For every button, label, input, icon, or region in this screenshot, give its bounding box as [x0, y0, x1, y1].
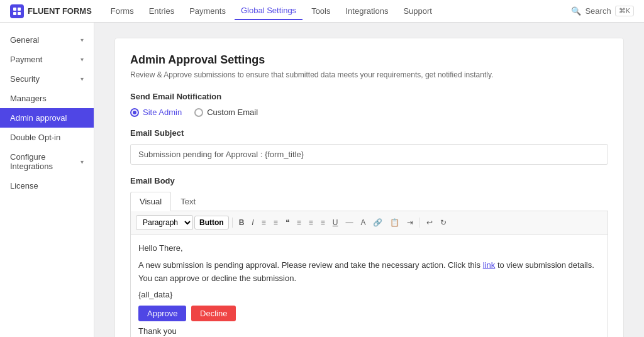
editor-action-buttons: Approve Decline — [138, 306, 600, 321]
editor-line-1: Hello There, — [138, 242, 600, 255]
svg-rect-2 — [13, 12, 16, 15]
svg-rect-0 — [13, 8, 16, 11]
sidebar-item-license[interactable]: License — [0, 176, 94, 196]
editor-data-tag: {all_data} — [138, 289, 600, 302]
sidebar-item-payment[interactable]: Payment ▾ — [0, 50, 94, 69]
sidebar-item-managers[interactable]: Managers — [0, 89, 94, 108]
email-body-editor[interactable]: Hello There, A new submission is pending… — [130, 235, 608, 337]
font-color-icon[interactable]: A — [357, 216, 369, 229]
approve-preview-button[interactable]: Approve — [138, 306, 186, 321]
toolbar-separator — [232, 218, 233, 228]
page-title: Admin Approval Settings — [130, 53, 608, 67]
tab-text[interactable]: Text — [171, 192, 205, 211]
email-notification-radio-group: Site Admin Custom Email — [130, 108, 608, 117]
radio-custom-email[interactable]: Custom Email — [194, 108, 258, 117]
italic-icon[interactable]: I — [248, 216, 257, 229]
sidebar-label-license: License — [10, 181, 38, 191]
toolbar-separator-2 — [419, 218, 420, 228]
brand-name: FLUENT FORMS — [28, 6, 92, 16]
sidebar-item-security[interactable]: Security ▾ — [0, 69, 94, 89]
main-layout: General ▾ Payment ▾ Security ▾ Managers … — [0, 23, 644, 337]
top-navigation: FLUENT FORMS Forms Entries Payments Glob… — [0, 0, 644, 23]
sidebar-label-security: Security — [10, 74, 40, 84]
strikethrough-icon[interactable]: — — [342, 216, 356, 229]
sidebar-label-admin-approval: Admin approval — [10, 113, 67, 123]
editor-line-2: A new submission is pending approval. Pl… — [138, 259, 600, 285]
search-shortcut: ⌘K — [615, 6, 634, 16]
email-subject-input[interactable] — [130, 144, 608, 165]
link-icon[interactable]: 🔗 — [370, 216, 386, 229]
svg-rect-1 — [18, 8, 21, 11]
email-notification-section: Send Email Notification Site Admin Custo… — [130, 92, 608, 117]
sidebar-label-payment: Payment — [10, 55, 42, 64]
email-body-tab-bar: Visual Text — [130, 192, 608, 211]
svg-rect-3 — [18, 12, 21, 15]
chevron-down-icon: ▾ — [80, 36, 84, 43]
button-tool[interactable]: Button — [194, 216, 229, 229]
tab-visual[interactable]: Visual — [130, 192, 171, 211]
align-center-icon[interactable]: ≡ — [306, 216, 316, 229]
sidebar-item-double-optin[interactable]: Double Opt-in — [0, 128, 94, 147]
nav-forms[interactable]: Forms — [104, 3, 140, 19]
underline-icon[interactable]: U — [330, 216, 341, 229]
brand-logo: FLUENT FORMS — [10, 4, 92, 18]
unordered-list-icon[interactable]: ≡ — [258, 216, 269, 229]
email-body-section: Email Body Visual Text Paragraph Button … — [130, 176, 608, 337]
search-bar[interactable]: 🔍 Search ⌘K — [571, 6, 634, 16]
sidebar: General ▾ Payment ▾ Security ▾ Managers … — [0, 23, 94, 337]
nav-tools[interactable]: Tools — [305, 3, 336, 19]
redo-icon[interactable]: ↻ — [437, 216, 450, 229]
email-body-label: Email Body — [130, 176, 608, 185]
nav-entries[interactable]: Entries — [143, 3, 180, 19]
align-right-icon[interactable]: ≡ — [318, 216, 328, 229]
sidebar-item-configure-integrations[interactable]: Configure Integrations ▾ — [0, 147, 94, 176]
editor-toolbar: Paragraph Button B I ≡ ≡ ❝ ≡ ≡ ≡ U — A 🔗 — [130, 211, 608, 235]
page-description: Review & Approve submissions to ensure t… — [130, 70, 608, 79]
brand-icon — [10, 4, 24, 18]
radio-custom-email-label: Custom Email — [207, 108, 258, 117]
undo-icon[interactable]: ↩ — [423, 216, 436, 229]
nav-payments[interactable]: Payments — [183, 3, 232, 19]
sidebar-label-configure-integrations: Configure Integrations — [10, 152, 80, 171]
sidebar-label-managers: Managers — [10, 94, 47, 103]
main-content: Admin Approval Settings Review & Approve… — [94, 23, 644, 337]
nav-support[interactable]: Support — [397, 3, 438, 19]
nav-global-settings[interactable]: Global Settings — [235, 2, 303, 20]
clipboard-icon[interactable]: 📋 — [387, 216, 402, 229]
sidebar-item-general[interactable]: General ▾ — [0, 30, 94, 50]
search-icon: 🔍 — [571, 6, 581, 16]
chevron-down-icon: ▾ — [80, 56, 84, 63]
sidebar-label-double-optin: Double Opt-in — [10, 133, 60, 142]
nav-integrations[interactable]: Integrations — [339, 3, 394, 19]
radio-site-admin[interactable]: Site Admin — [130, 108, 182, 117]
search-label: Search — [585, 6, 611, 16]
editor-link[interactable]: link — [483, 260, 496, 270]
decline-preview-button[interactable]: Decline — [191, 306, 236, 321]
radio-site-admin-label: Site Admin — [143, 108, 182, 117]
chevron-down-icon: ▾ — [80, 75, 84, 82]
blockquote-icon[interactable]: ❝ — [282, 216, 292, 229]
settings-card: Admin Approval Settings Review & Approve… — [114, 38, 624, 337]
ordered-list-icon[interactable]: ≡ — [270, 216, 281, 229]
chevron-down-icon: ▾ — [80, 158, 84, 165]
indent-icon[interactable]: ⇥ — [404, 216, 416, 229]
sidebar-item-admin-approval[interactable]: Admin approval — [0, 108, 94, 128]
align-left-icon[interactable]: ≡ — [294, 216, 304, 229]
editor-line-3: Thank you — [138, 325, 600, 337]
radio-custom-email-indicator — [194, 108, 203, 117]
radio-site-admin-indicator — [130, 108, 139, 117]
bold-icon[interactable]: B — [236, 216, 248, 229]
format-select[interactable]: Paragraph — [136, 215, 193, 230]
email-subject-label: Email Subject — [130, 128, 608, 138]
email-subject-section: Email Subject — [130, 128, 608, 165]
email-notification-label: Send Email Notification — [130, 92, 608, 101]
sidebar-label-general: General — [10, 35, 39, 45]
